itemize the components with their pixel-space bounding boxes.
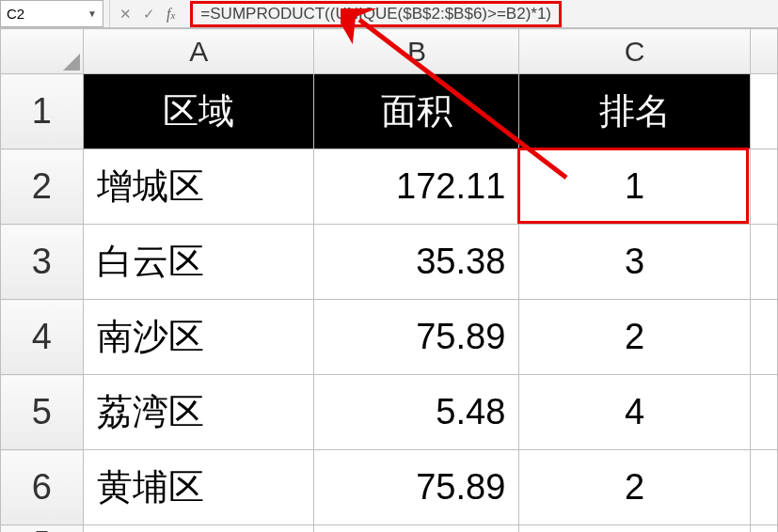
row-header-2[interactable]: 2: [1, 149, 84, 225]
cell-A5[interactable]: 荔湾区: [83, 375, 314, 450]
cell-B3[interactable]: 35.38: [314, 225, 519, 300]
row-header-5[interactable]: 5: [1, 375, 84, 450]
col-header-A[interactable]: A: [83, 29, 314, 74]
cell-D7[interactable]: [750, 525, 777, 533]
spreadsheet-grid[interactable]: A B C 1 区域 面积 排名 2 增城区 172.11 1 3 白云区 35…: [0, 28, 778, 532]
enter-icon[interactable]: ✓: [143, 6, 155, 23]
cell-C5[interactable]: 4: [519, 375, 751, 450]
cell-A6[interactable]: 黄埔区: [83, 450, 314, 525]
name-box-ref: C2: [7, 6, 24, 22]
cell-D2[interactable]: [750, 149, 777, 225]
formula-bar-area: C2 ▼ ✕ ✓ fx =SUMPRODUCT((UNIQUE($B$2:$B$…: [0, 0, 778, 28]
col-header-B[interactable]: B: [314, 29, 519, 74]
fx-icon[interactable]: fx: [167, 6, 175, 23]
cell-B4[interactable]: 75.89: [314, 300, 519, 375]
cell-B6[interactable]: 75.89: [314, 450, 519, 525]
cell-A1[interactable]: 区域: [83, 74, 314, 149]
row-header-7[interactable]: 7: [1, 525, 84, 533]
formula-input-area[interactable]: =SUMPRODUCT((UNIQUE($B$2:$B$6)>=B2)*1): [184, 0, 778, 27]
cell-C4[interactable]: 2: [519, 300, 751, 375]
cell-B5[interactable]: 5.48: [314, 375, 519, 450]
select-all-corner[interactable]: [1, 29, 84, 74]
col-header-D[interactable]: [750, 29, 777, 74]
cell-B1[interactable]: 面积: [314, 74, 519, 149]
cell-C6[interactable]: 2: [519, 450, 751, 525]
row-header-4[interactable]: 4: [1, 300, 84, 375]
cell-D1[interactable]: [750, 74, 777, 149]
cell-C7[interactable]: [519, 525, 751, 533]
cell-B7[interactable]: [314, 525, 519, 533]
cell-C1[interactable]: 排名: [519, 74, 751, 149]
cell-D5[interactable]: [750, 375, 777, 450]
cell-A4[interactable]: 南沙区: [83, 300, 314, 375]
cancel-icon[interactable]: ✕: [119, 6, 132, 23]
cell-A7[interactable]: [83, 525, 314, 533]
col-header-C[interactable]: C: [519, 29, 751, 74]
formula-bar-icons: ✕ ✓ fx: [110, 0, 184, 27]
formula-text: =SUMPRODUCT((UNIQUE($B$2:$B$6)>=B2)*1): [190, 1, 562, 27]
cell-C3[interactable]: 3: [519, 225, 751, 300]
cell-C2[interactable]: 1: [519, 149, 751, 225]
cell-D4[interactable]: [750, 300, 777, 375]
name-box[interactable]: C2 ▼: [0, 0, 103, 27]
row-header-1[interactable]: 1: [1, 74, 84, 149]
row-header-6[interactable]: 6: [1, 450, 84, 525]
cell-A3[interactable]: 白云区: [83, 225, 314, 300]
cell-A2[interactable]: 增城区: [83, 149, 314, 225]
cell-D6[interactable]: [750, 450, 777, 525]
row-header-3[interactable]: 3: [1, 225, 84, 300]
cell-B2[interactable]: 172.11: [314, 149, 519, 225]
cell-D3[interactable]: [750, 225, 777, 300]
chevron-down-icon: ▼: [87, 8, 97, 19]
